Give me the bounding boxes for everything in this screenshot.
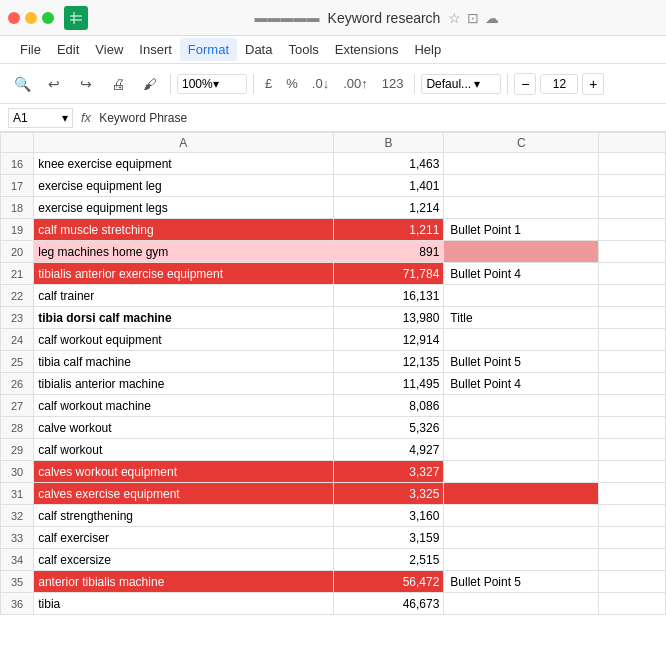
label-cell[interactable] (444, 329, 599, 351)
formula-content[interactable]: Keyword Phrase (99, 111, 658, 125)
label-cell[interactable] (444, 527, 599, 549)
keyword-cell[interactable]: calf excersize (34, 549, 333, 571)
table-row[interactable]: 18exercise equipment legs1,214 (1, 197, 666, 219)
label-cell[interactable] (444, 175, 599, 197)
table-row[interactable]: 36tibia46,673 (1, 593, 666, 615)
col-header-b[interactable]: B (333, 133, 444, 153)
volume-cell[interactable]: 4,927 (333, 439, 444, 461)
maximize-button[interactable] (42, 12, 54, 24)
volume-cell[interactable]: 12,135 (333, 351, 444, 373)
label-cell[interactable]: Bullet Point 4 (444, 373, 599, 395)
volume-cell[interactable]: 1,463 (333, 153, 444, 175)
table-row[interactable]: 24calf workout equipment12,914 (1, 329, 666, 351)
keyword-cell[interactable]: exercise equipment legs (34, 197, 333, 219)
volume-cell[interactable]: 16,131 (333, 285, 444, 307)
keyword-cell[interactable]: calf workout equipment (34, 329, 333, 351)
menu-insert[interactable]: Insert (131, 38, 180, 61)
label-cell[interactable] (444, 549, 599, 571)
label-cell[interactable] (444, 285, 599, 307)
table-row[interactable]: 33calf exerciser3,159 (1, 527, 666, 549)
table-row[interactable]: 27calf workout machine8,086 (1, 395, 666, 417)
col-header-d[interactable] (599, 133, 666, 153)
table-row[interactable]: 34calf excersize2,515 (1, 549, 666, 571)
table-row[interactable]: 17exercise equipment leg1,401 (1, 175, 666, 197)
percent-button[interactable]: % (281, 74, 303, 93)
keyword-cell[interactable]: calves exercise equipment (34, 483, 333, 505)
print-button[interactable]: 🖨 (104, 70, 132, 98)
table-row[interactable]: 35anterior tibialis machine56,472Bullet … (1, 571, 666, 593)
label-cell[interactable] (444, 505, 599, 527)
decimal-increase-button[interactable]: .00↑ (338, 74, 373, 93)
menu-format[interactable]: Format (180, 38, 237, 61)
label-cell[interactable] (444, 439, 599, 461)
volume-cell[interactable]: 3,160 (333, 505, 444, 527)
menu-help[interactable]: Help (406, 38, 449, 61)
label-cell[interactable]: Bullet Point 4 (444, 263, 599, 285)
volume-cell[interactable]: 3,325 (333, 483, 444, 505)
menu-tools[interactable]: Tools (280, 38, 326, 61)
keyword-cell[interactable]: tibia calf machine (34, 351, 333, 373)
table-row[interactable]: 22calf trainer16,131 (1, 285, 666, 307)
volume-cell[interactable]: 13,980 (333, 307, 444, 329)
volume-cell[interactable]: 11,495 (333, 373, 444, 395)
volume-cell[interactable]: 1,214 (333, 197, 444, 219)
keyword-cell[interactable]: leg machines home gym (34, 241, 333, 263)
label-cell[interactable] (444, 395, 599, 417)
keyword-cell[interactable]: tibialis anterior exercise equipment (34, 263, 333, 285)
keyword-cell[interactable]: tibialis anterior machine (34, 373, 333, 395)
volume-cell[interactable]: 2,515 (333, 549, 444, 571)
label-cell[interactable] (444, 593, 599, 615)
star-icon[interactable]: ☆ (448, 10, 461, 26)
keyword-cell[interactable]: calf workout machine (34, 395, 333, 417)
label-cell[interactable] (444, 241, 599, 263)
search-button[interactable]: 🔍 (8, 70, 36, 98)
volume-cell[interactable]: 56,472 (333, 571, 444, 593)
keyword-cell[interactable]: exercise equipment leg (34, 175, 333, 197)
minimize-button[interactable] (25, 12, 37, 24)
number-format-button[interactable]: 123 (377, 74, 409, 93)
keyword-cell[interactable]: calf exerciser (34, 527, 333, 549)
keyword-cell[interactable]: tibia dorsi calf machine (34, 307, 333, 329)
table-row[interactable]: 23tibia dorsi calf machine13,980Title (1, 307, 666, 329)
table-row[interactable]: 31calves exercise equipment3,325 (1, 483, 666, 505)
label-cell[interactable]: Bullet Point 1 (444, 219, 599, 241)
table-row[interactable]: 16knee exercise equipment1,463 (1, 153, 666, 175)
volume-cell[interactable]: 1,211 (333, 219, 444, 241)
keyword-cell[interactable]: knee exercise equipment (34, 153, 333, 175)
label-cell[interactable] (444, 483, 599, 505)
volume-cell[interactable]: 5,326 (333, 417, 444, 439)
redo-button[interactable]: ↪ (72, 70, 100, 98)
font-size-increase-button[interactable]: + (582, 73, 604, 95)
label-cell[interactable] (444, 153, 599, 175)
label-cell[interactable] (444, 461, 599, 483)
table-row[interactable]: 32calf strengthening3,160 (1, 505, 666, 527)
volume-cell[interactable]: 71,784 (333, 263, 444, 285)
keyword-cell[interactable]: calf strengthening (34, 505, 333, 527)
font-family-select[interactable]: Defaul... ▾ (421, 74, 501, 94)
label-cell[interactable] (444, 417, 599, 439)
label-cell[interactable]: Bullet Point 5 (444, 351, 599, 373)
label-cell[interactable]: Bullet Point 5 (444, 571, 599, 593)
menu-edit[interactable]: Edit (49, 38, 87, 61)
menu-extensions[interactable]: Extensions (327, 38, 407, 61)
folder-icon[interactable]: ⊡ (467, 10, 479, 26)
cloud-icon[interactable]: ☁ (485, 10, 499, 26)
col-header-c[interactable]: C (444, 133, 599, 153)
volume-cell[interactable]: 12,914 (333, 329, 444, 351)
close-button[interactable] (8, 12, 20, 24)
cell-reference[interactable]: A1 ▾ (8, 108, 73, 128)
keyword-cell[interactable]: calf trainer (34, 285, 333, 307)
table-row[interactable]: 26tibialis anterior machine11,495Bullet … (1, 373, 666, 395)
font-size-input[interactable]: 12 (540, 74, 578, 94)
menu-file[interactable]: File (12, 38, 49, 61)
menu-view[interactable]: View (87, 38, 131, 61)
table-row[interactable]: 29calf workout4,927 (1, 439, 666, 461)
volume-cell[interactable]: 1,401 (333, 175, 444, 197)
volume-cell[interactable]: 3,327 (333, 461, 444, 483)
undo-button[interactable]: ↩ (40, 70, 68, 98)
keyword-cell[interactable]: calf muscle stretching (34, 219, 333, 241)
table-row[interactable]: 25tibia calf machine12,135Bullet Point 5 (1, 351, 666, 373)
table-row[interactable]: 19calf muscle stretching1,211Bullet Poin… (1, 219, 666, 241)
zoom-select[interactable]: 100% ▾ (177, 74, 247, 94)
paint-format-button[interactable]: 🖌 (136, 70, 164, 98)
